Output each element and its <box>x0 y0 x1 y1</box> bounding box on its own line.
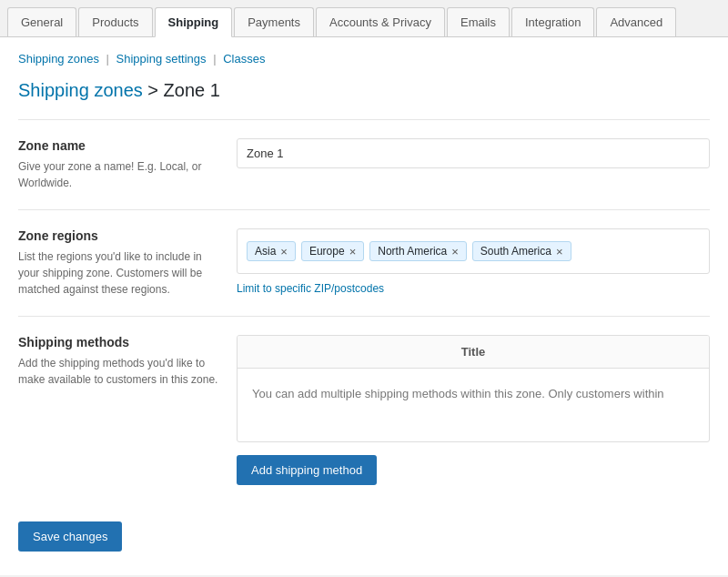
breadcrumb-separator: > <box>147 80 163 100</box>
breadcrumb-link[interactable]: Shipping zones <box>18 80 143 100</box>
breadcrumb-current: Zone 1 <box>164 80 220 100</box>
tab-general[interactable]: General <box>7 7 76 36</box>
shipping-methods-field: Title You can add multiple shipping meth… <box>237 335 710 485</box>
zone-name-input[interactable] <box>237 138 710 168</box>
tag-europe-label: Europe <box>309 245 345 258</box>
zone-name-description: Give your zone a name! E.g. Local, or Wo… <box>18 158 218 191</box>
sub-nav: Shipping zones | Shipping settings | Cla… <box>18 52 710 66</box>
tag-north-america: North America × <box>369 241 467 261</box>
subnav-shipping-zones[interactable]: Shipping zones <box>18 52 99 66</box>
shipping-methods-box: Title You can add multiple shipping meth… <box>237 335 710 442</box>
zone-regions-description: List the regions you'd like to include i… <box>18 248 218 298</box>
zone-name-label: Zone name Give your zone a name! E.g. Lo… <box>18 138 218 191</box>
shipping-methods-label: Shipping methods Add the shipping method… <box>18 335 218 485</box>
main-content: Shipping zones | Shipping settings | Cla… <box>0 37 728 575</box>
tag-europe-remove[interactable]: × <box>349 246 357 258</box>
limit-link: Limit to specific ZIP/postcodes <box>237 281 710 295</box>
zone-regions-heading: Zone regions <box>18 228 218 243</box>
tab-advanced[interactable]: Advanced <box>596 7 676 36</box>
tag-north-america-label: North America <box>378 245 447 258</box>
tag-north-america-remove[interactable]: × <box>451 246 459 258</box>
tag-south-america-label: South America <box>480 245 551 258</box>
tag-asia-label: Asia <box>255 245 276 258</box>
zone-name-section: Zone name Give your zone a name! E.g. Lo… <box>18 119 710 209</box>
subnav-classes[interactable]: Classes <box>223 52 265 66</box>
tag-south-america: South America × <box>472 241 571 261</box>
methods-empty-message: You can add multiple shipping methods wi… <box>238 369 709 441</box>
zone-regions-box[interactable]: Asia × Europe × North America × South Am… <box>237 228 710 274</box>
zone-regions-label: Zone regions List the regions you'd like… <box>18 228 218 298</box>
tab-integration[interactable]: Integration <box>511 7 594 36</box>
shipping-methods-description: Add the shipping methods you'd like to m… <box>18 355 218 388</box>
tag-asia-remove[interactable]: × <box>280 246 288 258</box>
breadcrumb: Shipping zones > Zone 1 <box>18 80 710 101</box>
limit-zip-link[interactable]: Limit to specific ZIP/postcodes <box>237 282 384 295</box>
tag-europe: Europe × <box>301 241 364 261</box>
tab-payments[interactable]: Payments <box>234 7 314 36</box>
zone-regions-field: Asia × Europe × North America × South Am… <box>237 228 710 298</box>
tab-accounts-privacy[interactable]: Accounts & Privacy <box>316 7 445 36</box>
add-shipping-method-button[interactable]: Add shipping method <box>237 455 377 485</box>
zone-name-heading: Zone name <box>18 138 218 153</box>
zone-regions-section: Zone regions List the regions you'd like… <box>18 209 710 316</box>
tab-products[interactable]: Products <box>78 7 152 36</box>
tag-south-america-remove[interactable]: × <box>556 246 563 258</box>
save-changes-button[interactable]: Save changes <box>18 521 122 552</box>
methods-table-header: Title <box>238 336 709 369</box>
shipping-methods-heading: Shipping methods <box>18 335 218 349</box>
tab-emails[interactable]: Emails <box>447 7 510 36</box>
zone-name-field <box>237 138 710 191</box>
subnav-shipping-settings[interactable]: Shipping settings <box>116 52 207 66</box>
tag-asia: Asia × <box>247 241 296 261</box>
tab-shipping[interactable]: Shipping <box>155 7 233 37</box>
shipping-methods-section: Shipping methods Add the shipping method… <box>18 316 710 503</box>
tab-bar: GeneralProductsShippingPaymentsAccounts … <box>0 0 728 37</box>
